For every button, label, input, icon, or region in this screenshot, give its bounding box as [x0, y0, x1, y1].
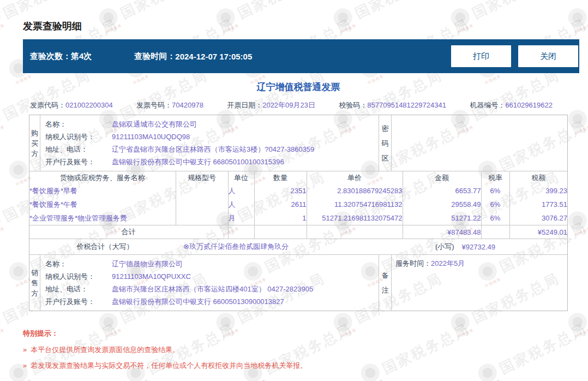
item-price: 2.830188679245283: [307, 184, 403, 198]
buyer-address-row: 地址、电话：辽宁省盘锦市兴隆台区庄林路西（市客运站3楼）?0427-386035…: [40, 143, 379, 156]
service-time-value: 2022年5月: [431, 259, 465, 267]
remark-content: 服务时间：2022年5月: [392, 255, 567, 269]
invoice-code-value: 021002200304: [65, 101, 113, 109]
chevron-icon: »: [23, 346, 27, 354]
total-unit-empty: [228, 225, 254, 239]
total-amount: ¥87483.48: [403, 225, 481, 239]
item-spec: [176, 184, 228, 198]
seller-address-value: 盘锦市兴隆台区庄林路西（市客运站四楼401室） 0427-2823905: [112, 283, 379, 295]
sum-row: 价税合计（大写） ⊗玖万贰仟柒佰叁拾贰圆肆角玖分 (小写) ¥92732.49: [29, 239, 567, 254]
service-time-label: 服务时间：: [395, 259, 431, 267]
machine-number: 机器编号：661029619622: [470, 100, 553, 110]
header-qty: 数量: [254, 171, 307, 184]
invoice-date-value: 2022年09月23日: [262, 101, 315, 109]
seller-bank-row: 开户行及账号：盘锦银行股份有限公司中银支行 660050130900013827: [40, 295, 379, 308]
notice-item: »本平台仅提供所查询发票票面信息的查验结果。: [23, 346, 579, 354]
seller-name-value: 辽宁德晟物业有限公司: [112, 258, 379, 270]
item-spec: [176, 211, 228, 225]
buyer-taxid-row: 纳税人识别号：91211103MA10UQDQ98: [40, 130, 379, 143]
print-button[interactable]: 打印: [451, 45, 511, 67]
seller-taxid-row: 纳税人识别号：91211103MA10QPUXXC: [40, 270, 379, 283]
check-count-value: 第4次: [71, 51, 92, 62]
notice-text: 若发现发票查验结果与实际交易不符，任何单位或个人有权拒收并向当地税务机关举报。: [31, 361, 307, 370]
seller-address-label: 地址、电话：: [40, 283, 112, 295]
seller-taxid-value: 91211103MA10QPUXXC: [112, 270, 379, 283]
items-section: 货物或应税劳务、服务名称 规格型号 单位 数量 单价 金额 税率 税额 *餐饮服…: [29, 171, 567, 239]
notice-item: »若发现发票查验结果与实际交易不符，任何单位或个人有权拒收并向当地税务机关举报。: [23, 361, 579, 370]
header-unit: 单位: [228, 171, 254, 184]
header-tax: 税额: [509, 171, 567, 184]
buyer-taxid-label: 纳税人识别号：: [40, 130, 112, 143]
close-button[interactable]: 关闭: [518, 45, 578, 67]
seller-bank-value: 盘锦银行股份有限公司中银支行 660050130900013827: [112, 295, 379, 308]
buyer-name-row: 名称：盘锦双通城市公交有限公司: [40, 118, 379, 130]
items-total-row: 合计 ¥87483.48 ¥5249.01: [29, 225, 567, 239]
invoice-code: 发票代码：021002200304: [30, 100, 113, 110]
seller-name-row: 名称：辽宁德晟物业有限公司: [40, 258, 379, 270]
seller-section: 销售方 名称：辽宁德晟物业有限公司 纳税人识别号：91211103MA10QPU…: [29, 254, 567, 311]
machine-number-value: 661029619622: [505, 101, 553, 109]
item-rate: 6%: [481, 211, 509, 225]
total-label: 合计: [29, 225, 228, 239]
total-rate-empty: [481, 225, 509, 239]
invoice-verification-page: 发票查验明细 查验次数： 第4次 查验时间： 2024-12-07 17:05:…: [0, 0, 588, 370]
item-name: *企业管理服务*物业管理服务费: [29, 211, 176, 225]
seller-bank-label: 开户行及账号：: [40, 295, 112, 308]
invoice-date-label: 开票日期：: [227, 101, 262, 109]
buyer-side-label: 购买方: [31, 128, 39, 159]
item-name: *餐饮服务*早餐: [29, 184, 176, 198]
buyer-bank-label: 开户行及账号：: [40, 156, 112, 168]
seller-side-label: 销售方: [31, 267, 39, 299]
buyer-side-col: 购买方: [29, 115, 40, 171]
item-price: 51271.216981132075472: [307, 211, 403, 225]
buyer-fields: 名称：盘锦双通城市公交有限公司 纳税人识别号：91211103MA10UQDQ9…: [40, 115, 379, 171]
verification-toolbar: 查验次数： 第4次 查验时间： 2024-12-07 17:05:05 打印 关…: [23, 39, 579, 73]
item-tax: 399.23: [509, 184, 567, 198]
sum-label: 价税合计（大写）: [29, 242, 181, 252]
item-tax: 3076.27: [509, 211, 567, 225]
password-area: [392, 115, 567, 171]
check-time-value: 2024-12-07 17:05:05: [175, 52, 252, 61]
remark-label: 备注: [381, 268, 389, 297]
item-row: *企业管理服务*物业管理服务费 月 1 51271.21698113207547…: [29, 211, 567, 225]
buyer-name-label: 名称：: [40, 118, 112, 130]
seller-side-col: 销售方: [29, 255, 40, 311]
remark-label-col: 备注: [379, 255, 392, 311]
machine-number-label: 机器编号：: [470, 101, 505, 109]
item-unit: 月: [228, 211, 254, 225]
item-row: *餐饮服务*早餐 人 2351 2.830188679245283 6653.7…: [29, 184, 567, 198]
item-spec: [176, 198, 228, 211]
notices-title: 特别提示：: [23, 329, 579, 338]
item-price: 11.320754716981132: [307, 198, 403, 211]
password-area-label: 密码区: [381, 121, 389, 165]
item-row: *餐饮服务*午餐 人 2611 11.320754716981132 29558…: [29, 198, 567, 211]
check-code-value: 85770951481229724341: [367, 101, 446, 109]
invoice-meta-row: 发票代码：021002200304 发票号码：70420978 开票日期：202…: [29, 100, 568, 110]
seller-taxid-label: 纳税人识别号：: [40, 270, 112, 283]
item-amount: 6653.77: [403, 184, 481, 198]
invoice-code-label: 发票代码：: [30, 101, 65, 109]
check-count-label: 查验次数：: [30, 51, 71, 62]
check-time: 查验时间： 2024-12-07 17:05:05: [134, 51, 252, 62]
buyer-section: 购买方 名称：盘锦双通城市公交有限公司 纳税人识别号：91211103MA10U…: [29, 115, 567, 171]
item-qty: 1: [254, 211, 307, 225]
item-qty: 2611: [254, 198, 307, 211]
item-tax: 1773.51: [509, 198, 567, 211]
remark-area: 服务时间：2022年5月: [392, 255, 567, 311]
check-code-label: 校验码：: [339, 101, 367, 109]
seller-name-label: 名称：: [40, 258, 112, 270]
sum-lowercase-value: ¥92732.49: [462, 243, 495, 251]
buyer-taxid-value: 91211103MA10UQDQ98: [112, 130, 379, 143]
item-amount: 51271.22: [403, 211, 481, 225]
buyer-bank-row: 开户行及账号：盘锦银行股份有限公司中银支行 668050100100315396: [40, 156, 379, 168]
buyer-address-value: 辽宁省盘锦市兴隆台区庄林路西（市客运站3楼）?0427-3860359: [112, 143, 379, 156]
total-qty-empty: [254, 225, 307, 239]
sum-uppercase: ⊗玖万贰仟柒佰叁拾贰圆肆角玖分: [181, 242, 289, 252]
invoice-box: 购买方 名称：盘锦双通城市公交有限公司 纳税人识别号：91211103MA10U…: [29, 115, 568, 311]
special-notices: 特别提示： »本平台仅提供所查询发票票面信息的查验结果。 »若发现发票查验结果与…: [23, 329, 579, 370]
invoice-number-value: 70420978: [172, 101, 203, 109]
header-amount: 金额: [403, 171, 481, 184]
buyer-bank-value: 盘锦银行股份有限公司中银支行 668050100100315396: [112, 156, 379, 168]
header-price: 单价: [307, 171, 403, 184]
item-rate: 6%: [481, 184, 509, 198]
